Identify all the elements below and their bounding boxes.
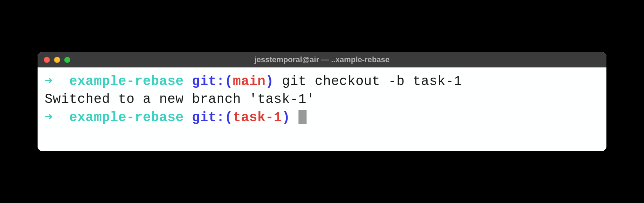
terminal-line-3: ➜ example-rebase git:(task-1): [45, 109, 599, 126]
output-text: Switched to a new branch 'task-1': [45, 92, 315, 107]
maximize-icon[interactable]: [64, 57, 70, 63]
prompt-git-suffix: ): [265, 74, 274, 89]
terminal-line-1: ➜ example-rebase git:(main) git checkout…: [45, 72, 599, 90]
traffic-lights: [44, 57, 70, 63]
prompt-git-suffix: ): [282, 110, 290, 125]
terminal-window: jesstemporal@air — ..xample-rebase ➜ exa…: [38, 52, 606, 151]
title-bar: jesstemporal@air — ..xample-rebase: [38, 52, 606, 67]
prompt-git-prefix: git:(: [192, 110, 233, 125]
command-text: git checkout -b task-1: [282, 74, 462, 89]
prompt-branch: main: [233, 74, 265, 89]
prompt-git-prefix: git:(: [192, 74, 233, 89]
cursor: [298, 110, 307, 124]
window-title: jesstemporal@air — ..xample-rebase: [255, 55, 390, 64]
minimize-icon[interactable]: [54, 57, 60, 63]
terminal-line-2: Switched to a new branch 'task-1': [45, 90, 599, 108]
terminal-body[interactable]: ➜ example-rebase git:(main) git checkout…: [38, 67, 606, 151]
prompt-directory: example-rebase: [69, 74, 184, 89]
prompt-directory: example-rebase: [69, 110, 184, 125]
prompt-arrow-icon: ➜: [45, 74, 53, 89]
close-icon[interactable]: [44, 57, 50, 63]
prompt-arrow-icon: ➜: [45, 110, 53, 125]
prompt-branch: task-1: [233, 110, 282, 125]
